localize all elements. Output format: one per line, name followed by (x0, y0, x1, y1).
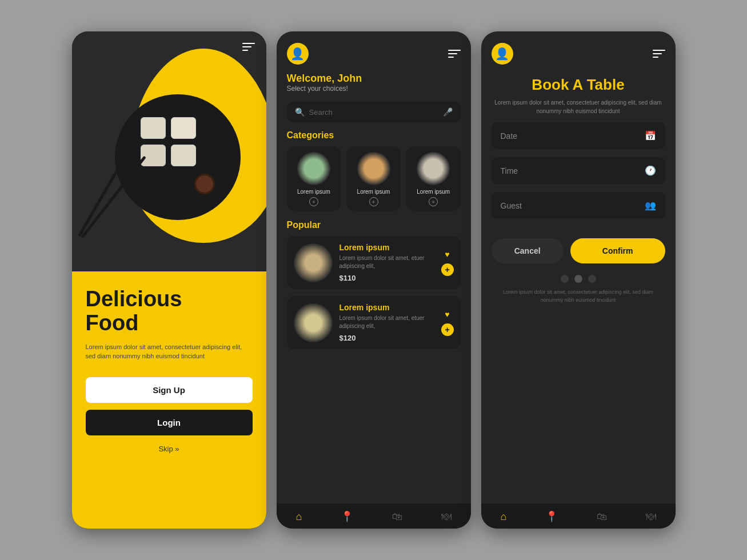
soy-sauce-bowl (194, 174, 215, 194)
calendar-icon: 📅 (645, 130, 656, 141)
home-screen: 👤 Welcome, John Select your choices! 🔍 S… (277, 31, 471, 529)
food-price-1: $110 (339, 274, 434, 282)
splash-hero (72, 31, 266, 271)
plate-area (89, 43, 266, 271)
page-dots (481, 275, 676, 283)
favorite-icon-1[interactable]: ♥ (445, 250, 449, 259)
avatar[interactable]: 👤 (287, 43, 309, 65)
nav-home[interactable]: ⌂ (500, 511, 506, 523)
bottom-nav: ⌂ 📍 🛍 🍽 (481, 503, 676, 529)
bottom-nav: ⌂ 📍 🛍 🍽 (277, 503, 471, 529)
category-card-2[interactable]: Lorem ipsum + (346, 146, 401, 211)
booking-title-area: Book A Table Lorem ipsum dolor sit amet,… (481, 70, 676, 122)
category-card-3[interactable]: Lorem ipsum + (406, 146, 461, 211)
time-field[interactable]: Time 🕐 (492, 157, 665, 184)
food-image-1 (294, 243, 333, 282)
category-label-2: Lorem ipsum (357, 189, 390, 195)
clock-icon: 🕐 (645, 165, 656, 176)
food-info-2: Lorem ipsum Lorem ipsum dolor sit amet, … (339, 303, 434, 342)
guests-icon: 👥 (645, 200, 656, 211)
food-card-2[interactable]: Lorem ipsum Lorem ipsum dolor sit amet, … (287, 296, 461, 349)
signup-button[interactable]: Sign Up (86, 377, 253, 403)
nav-cart[interactable]: 🛍 (597, 511, 607, 523)
chopstick-1 (78, 146, 131, 237)
category-label-1: Lorem ipsum (297, 189, 330, 195)
action-buttons: Cancel Confirm (481, 227, 676, 271)
avatar-icon: 👤 (290, 47, 305, 61)
avatar-icon: 👤 (495, 47, 509, 61)
add-button-2[interactable]: + (441, 323, 454, 336)
date-field[interactable]: Date 📅 (492, 122, 665, 149)
food-info-1: Lorem ipsum Lorem ipsum dolor sit amet, … (339, 243, 434, 282)
booking-description: Lorem ipsum dolor sit amet, consectetuer… (492, 98, 665, 115)
category-add-3[interactable]: + (429, 197, 438, 206)
cancel-button[interactable]: Cancel (492, 238, 564, 263)
category-label-3: Lorem ipsum (417, 189, 450, 195)
splash-title: Delicious Food (86, 287, 253, 335)
welcome-text: Welcome, John (287, 73, 461, 85)
nav-cart[interactable]: 🛍 (392, 511, 402, 523)
splash-content: Delicious Food Lorem ipsum dolor sit ame… (72, 271, 266, 529)
search-input[interactable]: Search (309, 108, 438, 117)
tagline-text: Select your choices! (287, 85, 461, 93)
microphone-icon: 🎤 (443, 107, 453, 117)
confirm-button[interactable]: Confirm (570, 238, 665, 263)
booking-title: Book A Table (492, 76, 665, 94)
category-image-3 (417, 152, 450, 185)
splash-subtitle: Lorem ipsum dolor sit amet, consectetuer… (86, 342, 253, 361)
plate (115, 94, 241, 220)
guest-field[interactable]: Guest 👥 (492, 192, 665, 219)
sushi-piece-1 (141, 117, 166, 139)
menu-button[interactable] (448, 50, 461, 58)
food-actions-1: ♥ + (441, 250, 454, 276)
favorite-icon-2[interactable]: ♥ (445, 310, 449, 319)
popular-title: Popular (277, 220, 471, 236)
category-add-2[interactable]: + (369, 197, 378, 206)
category-image-2 (357, 152, 390, 185)
home-header: 👤 (277, 31, 471, 70)
splash-screen: Delicious Food Lorem ipsum dolor sit ame… (72, 31, 266, 529)
footer-text: Lorem ipsum dolor sit amet, consectetuer… (481, 289, 676, 310)
dot-1 (561, 275, 569, 283)
nav-food[interactable]: 🍽 (441, 511, 452, 523)
booking-header: 👤 (481, 31, 676, 70)
food-name-1: Lorem ipsum (339, 243, 434, 252)
food-desc-2: Lorem ipsum dolor sit amet, etuer adipis… (339, 314, 434, 330)
search-icon: 🔍 (295, 107, 305, 117)
greeting-area: Welcome, John Select your choices! (277, 70, 471, 98)
nav-location[interactable]: 📍 (341, 510, 353, 523)
food-name-2: Lorem ipsum (339, 303, 434, 312)
nav-home[interactable]: ⌂ (295, 511, 302, 523)
dot-3 (588, 275, 596, 283)
sushi-piece-3 (141, 145, 166, 166)
food-desc-1: Lorem ipsum dolor sit amet, etuer adipis… (339, 254, 434, 270)
sushi-piece-4 (171, 145, 196, 166)
food-price-2: $120 (339, 334, 434, 342)
login-button[interactable]: Login (86, 410, 253, 435)
category-image-1 (297, 152, 330, 185)
sushi-piece-2 (171, 117, 196, 139)
avatar[interactable]: 👤 (492, 43, 513, 65)
time-label: Time (501, 166, 518, 175)
dot-2 (574, 275, 582, 283)
categories-title: Categories (277, 130, 471, 146)
food-actions-2: ♥ + (441, 310, 454, 336)
food-image-2 (294, 303, 333, 342)
categories-row: Lorem ipsum + Lorem ipsum + Lorem ipsum … (277, 146, 471, 220)
guest-label: Guest (501, 201, 522, 210)
add-button-1[interactable]: + (441, 263, 454, 276)
nav-food[interactable]: 🍽 (646, 511, 656, 523)
category-add-1[interactable]: + (309, 197, 318, 206)
category-card-1[interactable]: Lorem ipsum + (287, 146, 341, 211)
date-label: Date (501, 131, 518, 141)
menu-button[interactable] (653, 50, 665, 58)
booking-screen: 👤 Book A Table Lorem ipsum dolor sit ame… (481, 31, 676, 529)
nav-location[interactable]: 📍 (545, 510, 558, 523)
skip-link[interactable]: Skip » (86, 445, 253, 453)
search-bar[interactable]: 🔍 Search 🎤 (287, 102, 461, 122)
food-card-1[interactable]: Lorem ipsum Lorem ipsum dolor sit amet, … (287, 236, 461, 289)
